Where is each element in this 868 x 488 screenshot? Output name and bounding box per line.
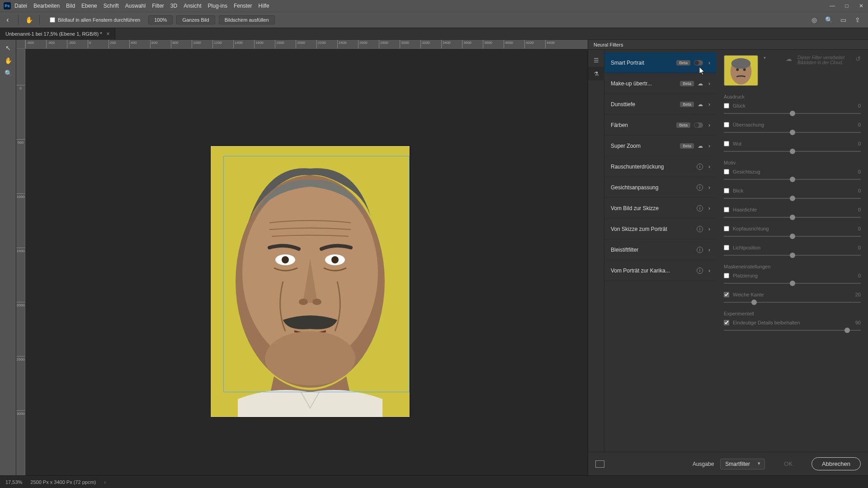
hand-tool-icon[interactable]: ✋ (0, 54, 16, 67)
slider-knob[interactable] (790, 234, 795, 239)
ruler-origin[interactable] (16, 40, 25, 49)
filter-item[interactable]: Smart PortraitBeta› (604, 52, 717, 73)
output-dropdown[interactable]: Smartfilter (720, 459, 765, 469)
slider-knob[interactable] (790, 130, 795, 135)
slider-track[interactable] (724, 179, 861, 180)
menu-ebene[interactable]: Ebene (81, 3, 97, 9)
vertical-ruler[interactable]: 050010001500200025003000 (16, 49, 25, 475)
filter-item[interactable]: Vom Porträt zur Karika...i› (604, 260, 717, 281)
filter-item[interactable]: FärbenBeta› (604, 115, 717, 136)
slider-track[interactable] (724, 236, 861, 237)
cancel-button[interactable]: Abbrechen (811, 457, 861, 470)
filter-item[interactable]: Rauschunterdrückungi› (604, 156, 717, 177)
cloud-download-icon[interactable]: ☁ (698, 101, 703, 108)
slider-checkbox[interactable] (724, 103, 729, 108)
menu-fenster[interactable]: Fenster (234, 3, 252, 9)
menu-auswahl[interactable]: Auswahl (125, 3, 146, 9)
slider-track[interactable] (724, 151, 861, 152)
cloud-download-icon[interactable]: ☁ (698, 143, 703, 149)
slider-knob[interactable] (790, 215, 795, 220)
slider-checkbox[interactable] (724, 320, 729, 325)
slider-knob[interactable] (790, 149, 795, 154)
menu-datei[interactable]: Datei (14, 3, 27, 9)
menu-3d[interactable]: 3D (170, 3, 177, 9)
document-canvas[interactable] (211, 146, 410, 417)
menu-ansicht[interactable]: Ansicht (184, 3, 201, 9)
slider-knob[interactable] (844, 328, 850, 333)
share-icon[interactable]: ⇪ (854, 16, 862, 24)
status-doc-info[interactable]: 2500 Px x 3400 Px (72 ppcm) (30, 479, 96, 485)
slider-checkbox[interactable] (724, 245, 729, 250)
menu-filter[interactable]: Filter (152, 3, 164, 9)
slider-track[interactable] (724, 283, 861, 284)
slider-track[interactable] (724, 113, 861, 114)
slider-track[interactable] (724, 132, 861, 133)
close-button[interactable]: ✕ (858, 3, 864, 9)
cloud-download-icon[interactable]: ☁ (698, 80, 703, 87)
before-after-icon[interactable] (595, 460, 604, 468)
slider-knob[interactable] (790, 111, 795, 116)
info-icon[interactable]: i (697, 164, 703, 170)
slider-track[interactable] (724, 217, 861, 218)
slider-checkbox[interactable] (724, 141, 729, 146)
slider-checkbox[interactable] (724, 226, 729, 231)
zoom-tool-icon[interactable]: 🔍 (0, 67, 16, 80)
slider-checkbox[interactable] (724, 273, 729, 278)
minimize-button[interactable]: — (829, 3, 835, 9)
slider-knob[interactable] (790, 253, 795, 258)
search-icon[interactable]: 🔍 (825, 16, 833, 24)
filter-item[interactable]: Gesichtsanpassungi› (604, 177, 717, 198)
slider-checkbox[interactable] (724, 207, 729, 212)
slider-knob[interactable] (751, 300, 757, 305)
filter-item[interactable]: Make-up übertr...Beta☁› (604, 73, 717, 94)
slider-checkbox[interactable] (724, 122, 729, 127)
fill-screen-button[interactable]: Bildschirm ausfüllen (219, 15, 275, 24)
toggle-icon[interactable] (694, 60, 703, 66)
slider-knob[interactable] (790, 196, 795, 201)
info-icon[interactable]: i (697, 184, 703, 191)
info-icon[interactable]: i (697, 226, 703, 232)
home-button[interactable]: ‹ (3, 15, 13, 25)
hand-tool-icon[interactable]: ✋ (24, 15, 34, 25)
scroll-all-windows-checkbox[interactable]: Bildlauf in allen Fenstern durchführen (45, 17, 145, 23)
slider-checkbox[interactable] (724, 188, 729, 193)
status-chevron-icon[interactable]: › (104, 479, 106, 485)
slider-track[interactable] (724, 302, 861, 303)
menu-schrift[interactable]: Schrift (104, 3, 119, 9)
close-tab-icon[interactable]: × (106, 31, 109, 37)
face-thumbnail[interactable] (724, 55, 758, 86)
filter-item[interactable]: Von Skizze zum Porträti› (604, 219, 717, 239)
zoom-100-button[interactable]: 100% (148, 15, 173, 24)
maximize-button[interactable]: □ (844, 3, 850, 9)
menu-plug-ins[interactable]: Plug-ins (208, 3, 227, 9)
slider-track[interactable] (724, 198, 861, 199)
fit-screen-button[interactable]: Ganzes Bild (176, 15, 215, 24)
face-selector-dropdown[interactable]: ▾ (764, 55, 766, 60)
slider-knob[interactable] (790, 281, 795, 286)
reset-icon[interactable]: ↺ (855, 55, 861, 62)
menu-bild[interactable]: Bild (66, 3, 75, 9)
workspace-icon[interactable]: ▭ (839, 16, 847, 24)
move-tool-icon[interactable]: ↖ (0, 42, 16, 54)
slider-track[interactable] (724, 255, 861, 256)
slider-track[interactable] (724, 330, 861, 331)
beta-tab-icon[interactable]: ⚗ (588, 67, 604, 80)
slider-checkbox[interactable] (724, 292, 729, 297)
info-icon[interactable]: i (697, 205, 703, 211)
info-icon[interactable]: i (697, 247, 703, 253)
menu-bearbeiten[interactable]: Bearbeiten (33, 3, 60, 9)
status-zoom[interactable]: 17,53% (5, 479, 22, 485)
horizontal-ruler[interactable]: -600-400-2000200400600800100012001400160… (25, 40, 588, 49)
slider-knob[interactable] (790, 177, 795, 182)
filter-item[interactable]: Super ZoomBeta☁› (604, 136, 717, 156)
cloud-docs-icon[interactable]: ◎ (810, 16, 818, 24)
filter-item[interactable]: Bleistiftfilteri› (604, 239, 717, 260)
filter-item[interactable]: Vom Bild zur Skizzei› (604, 198, 717, 219)
filter-item[interactable]: DunsttiefeBeta☁› (604, 94, 717, 115)
document-tab[interactable]: Unbenannt-1 bei 17,5% (Ebene 1, RGB/8) *… (0, 28, 115, 39)
slider-checkbox[interactable] (724, 169, 729, 174)
info-icon[interactable]: i (697, 267, 703, 274)
featured-tab-icon[interactable]: ☰ (588, 53, 604, 67)
ok-button[interactable]: OK (771, 458, 805, 470)
toggle-icon[interactable] (694, 122, 703, 128)
